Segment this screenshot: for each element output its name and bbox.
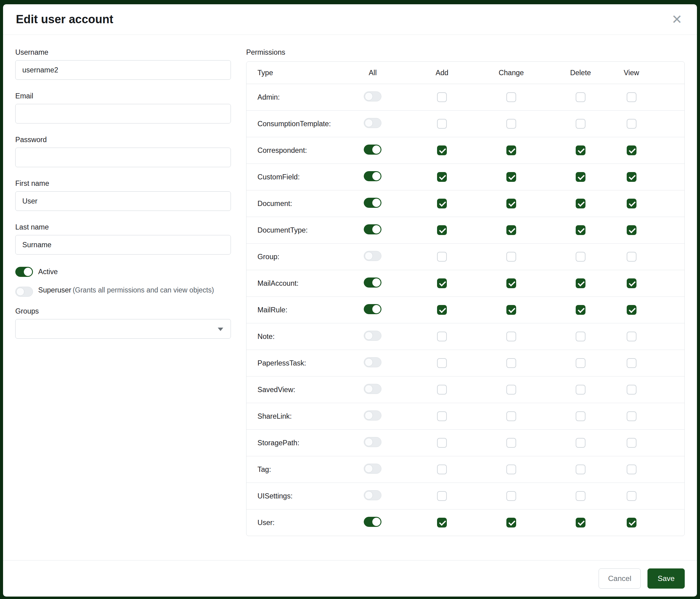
permission-all-toggle[interactable]	[364, 171, 381, 181]
permission-change-checkbox[interactable]	[506, 252, 516, 262]
permission-view-checkbox[interactable]	[627, 518, 636, 527]
permission-delete-checkbox[interactable]	[576, 145, 585, 155]
permission-all-toggle[interactable]	[364, 304, 381, 314]
permission-change-checkbox[interactable]	[506, 411, 516, 421]
toggle-knob	[365, 92, 373, 100]
permission-delete-checkbox[interactable]	[576, 279, 585, 288]
permission-view-checkbox[interactable]	[627, 438, 636, 448]
permission-add-checkbox[interactable]	[437, 411, 447, 421]
permission-type-label: StoragePath:	[247, 430, 338, 456]
superuser-toggle[interactable]	[15, 287, 33, 297]
permission-change-checkbox[interactable]	[506, 464, 516, 474]
permission-all-toggle[interactable]	[364, 145, 381, 154]
last-name-label: Last name	[15, 223, 231, 231]
permission-add-checkbox[interactable]	[437, 305, 447, 315]
groups-select[interactable]	[15, 319, 231, 339]
permission-add-checkbox[interactable]	[437, 385, 447, 394]
permission-all-toggle[interactable]	[364, 251, 381, 261]
active-toggle[interactable]	[15, 267, 33, 277]
permission-all-toggle[interactable]	[364, 331, 381, 341]
permission-add-checkbox[interactable]	[437, 279, 447, 288]
permission-delete-checkbox[interactable]	[576, 119, 585, 129]
permission-view-checkbox[interactable]	[627, 305, 636, 315]
permission-view-checkbox[interactable]	[627, 332, 636, 341]
permission-add-checkbox[interactable]	[437, 464, 447, 474]
permission-all-toggle[interactable]	[364, 384, 381, 394]
permission-view-checkbox[interactable]	[627, 385, 636, 394]
cancel-button[interactable]: Cancel	[599, 569, 641, 589]
permission-delete-checkbox[interactable]	[576, 438, 585, 448]
permission-change-checkbox[interactable]	[506, 332, 516, 341]
permission-change-checkbox[interactable]	[506, 145, 516, 155]
permission-view-checkbox[interactable]	[627, 92, 636, 102]
permission-add-checkbox[interactable]	[437, 199, 447, 209]
permission-view-checkbox[interactable]	[627, 279, 636, 288]
permission-add-checkbox[interactable]	[437, 252, 447, 262]
permission-view-checkbox[interactable]	[627, 252, 636, 262]
permission-all-toggle[interactable]	[364, 118, 381, 128]
permission-all-toggle[interactable]	[364, 410, 381, 421]
permission-add-checkbox[interactable]	[437, 145, 447, 155]
permission-view-checkbox[interactable]	[627, 145, 636, 155]
password-input[interactable]	[15, 148, 231, 167]
permission-delete-checkbox[interactable]	[576, 172, 585, 182]
save-button[interactable]: Save	[648, 569, 685, 589]
permission-change-checkbox[interactable]	[506, 119, 516, 129]
permission-add-checkbox[interactable]	[437, 92, 447, 102]
permission-delete-checkbox[interactable]	[576, 518, 585, 527]
permission-view-checkbox[interactable]	[627, 358, 636, 368]
permission-add-checkbox[interactable]	[437, 332, 447, 341]
permission-change-checkbox[interactable]	[506, 518, 516, 527]
permission-view-checkbox[interactable]	[627, 411, 636, 421]
permission-add-checkbox[interactable]	[437, 119, 447, 129]
permission-all-toggle[interactable]	[364, 463, 381, 474]
permission-change-checkbox[interactable]	[506, 279, 516, 288]
permission-all-toggle[interactable]	[364, 278, 381, 288]
permission-change-checkbox[interactable]	[506, 172, 516, 182]
last-name-input[interactable]	[15, 235, 231, 255]
column-header-all: All	[338, 62, 407, 84]
permission-change-checkbox[interactable]	[506, 92, 516, 102]
permission-delete-checkbox[interactable]	[576, 252, 585, 262]
permission-change-checkbox[interactable]	[506, 358, 516, 368]
permission-view-checkbox[interactable]	[627, 119, 636, 129]
permission-all-toggle[interactable]	[364, 357, 381, 367]
permission-view-checkbox[interactable]	[627, 491, 636, 501]
permission-delete-checkbox[interactable]	[576, 411, 585, 421]
permission-delete-checkbox[interactable]	[576, 385, 585, 394]
permission-delete-checkbox[interactable]	[576, 199, 585, 209]
permission-add-checkbox[interactable]	[437, 491, 447, 501]
email-input[interactable]	[15, 104, 231, 123]
permission-all-toggle[interactable]	[364, 517, 381, 527]
permission-all-toggle[interactable]	[364, 198, 381, 208]
permission-add-checkbox[interactable]	[437, 358, 447, 368]
permission-all-toggle[interactable]	[364, 91, 381, 101]
username-input[interactable]	[15, 60, 231, 80]
permission-delete-checkbox[interactable]	[576, 225, 585, 235]
permission-add-checkbox[interactable]	[437, 225, 447, 235]
permission-view-checkbox[interactable]	[627, 199, 636, 209]
permission-delete-checkbox[interactable]	[576, 92, 585, 102]
first-name-input[interactable]	[15, 191, 231, 211]
permission-all-toggle[interactable]	[364, 437, 381, 447]
close-icon[interactable]: ✕	[670, 13, 684, 26]
permission-delete-checkbox[interactable]	[576, 332, 585, 341]
permission-change-checkbox[interactable]	[506, 199, 516, 209]
permission-view-checkbox[interactable]	[627, 172, 636, 182]
permission-all-toggle[interactable]	[364, 224, 381, 234]
permission-add-checkbox[interactable]	[437, 172, 447, 182]
permission-view-checkbox[interactable]	[627, 225, 636, 235]
permission-delete-checkbox[interactable]	[576, 464, 585, 474]
permission-change-checkbox[interactable]	[506, 438, 516, 448]
permission-delete-checkbox[interactable]	[576, 305, 585, 315]
permission-delete-checkbox[interactable]	[576, 358, 585, 368]
permission-change-checkbox[interactable]	[506, 305, 516, 315]
permission-add-checkbox[interactable]	[437, 438, 447, 448]
permission-change-checkbox[interactable]	[506, 385, 516, 394]
permission-delete-checkbox[interactable]	[576, 491, 585, 501]
permission-add-checkbox[interactable]	[437, 518, 447, 527]
permission-change-checkbox[interactable]	[506, 225, 516, 235]
permission-change-checkbox[interactable]	[506, 491, 516, 501]
permission-view-checkbox[interactable]	[627, 464, 636, 474]
permission-all-toggle[interactable]	[364, 490, 381, 500]
